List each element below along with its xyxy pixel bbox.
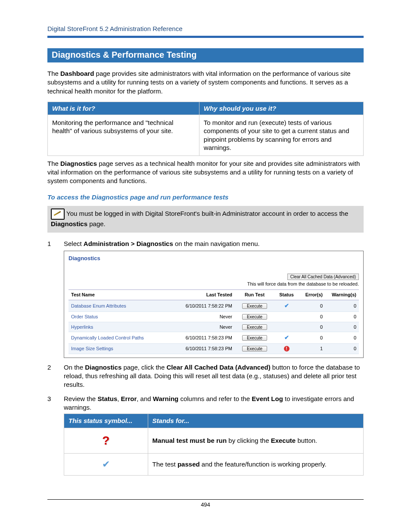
execute-button[interactable]: Execute xyxy=(242,324,267,330)
test-name-link[interactable]: Database Enum Attributes xyxy=(71,303,126,308)
last-tested-cell: Never xyxy=(174,322,235,332)
col-last-tested: Last Tested xyxy=(174,290,235,300)
text-bold: Dashboard xyxy=(60,70,94,77)
text: On the xyxy=(64,364,85,371)
text-bold: Manual test must be run xyxy=(153,437,227,444)
text: Select xyxy=(64,240,84,247)
status-cell: ! xyxy=(274,344,299,354)
text-bold: Diagnostics xyxy=(85,364,121,371)
text-bold: Error xyxy=(121,395,137,402)
text: The test xyxy=(153,460,177,468)
question-icon: ? xyxy=(68,432,143,449)
test-name-link[interactable]: Image Size Settings xyxy=(71,346,113,351)
diag-screenshot: Diagnostics Clear All Cached Data (Advan… xyxy=(64,251,364,358)
table-row: Dynamically Loaded Control Paths6/10/201… xyxy=(68,332,359,344)
doc-header: Digital StoreFront 5.2 Administration Re… xyxy=(47,25,364,32)
info-cell: To monitor and run (execute) tests of va… xyxy=(199,115,363,156)
note-text: You must be logged in with Digital Store… xyxy=(66,209,348,217)
last-tested-cell: 6/10/2011 7:58:22 PM xyxy=(174,300,235,312)
status-cell xyxy=(274,322,299,332)
clear-cache-button[interactable]: Clear All Cached Data (Advanced) xyxy=(287,274,359,280)
execute-button[interactable]: Execute xyxy=(242,303,267,309)
test-name-link[interactable]: Dynamically Loaded Control Paths xyxy=(71,335,144,340)
errors-cell: 0 xyxy=(299,322,325,332)
text-bold: Event Log xyxy=(252,395,283,402)
last-tested-cell: 6/10/2011 7:58:23 PM xyxy=(174,332,235,344)
col-test-name: Test Name xyxy=(68,290,174,300)
status-desc: The test passed and the feature/function… xyxy=(148,454,363,476)
execute-button[interactable]: Execute xyxy=(242,346,267,352)
text: on the main navigation menu. xyxy=(173,240,260,247)
header-rule xyxy=(47,36,364,38)
execute-button[interactable]: Execute xyxy=(242,335,267,341)
text: and the feature/function is working prop… xyxy=(200,460,327,468)
warnings-cell: 0 xyxy=(325,311,359,322)
check-icon: ✔ xyxy=(284,302,289,309)
text: columns and refer to the xyxy=(178,395,252,402)
alert-icon: ! xyxy=(284,346,290,352)
table-row: Image Size Settings6/10/2011 7:58:23 PME… xyxy=(68,344,359,354)
text: , and xyxy=(137,395,153,402)
diag-paragraph: The Diagnostics page serves as a technic… xyxy=(47,159,364,186)
text-bold: Diagnostics xyxy=(60,160,97,167)
text-bold: Clear All Cached Data (Advanced) xyxy=(166,364,270,371)
status-cell: ✔ xyxy=(274,332,299,344)
col-run-test: Run Test xyxy=(235,290,274,300)
info-header: What is it for? xyxy=(48,102,199,115)
page-footer: 494 xyxy=(47,499,364,508)
warnings-cell: 0 xyxy=(325,344,359,354)
col-errors: Error(s) xyxy=(299,290,325,300)
last-tested-cell: 6/10/2011 7:58:23 PM xyxy=(174,344,235,354)
errors-cell: 1 xyxy=(299,344,325,354)
intro-paragraph: The Dashboard page provides site adminis… xyxy=(47,69,364,96)
text: The xyxy=(47,160,60,167)
page-number: 494 xyxy=(201,501,210,508)
errors-cell: 0 xyxy=(299,332,325,344)
table-row: HyperlinksNeverExecute00 xyxy=(68,322,359,332)
text-bold: passed xyxy=(177,460,200,468)
note-icon xyxy=(51,208,65,220)
col-status: Status xyxy=(274,290,299,300)
test-name-link[interactable]: Order Status xyxy=(71,314,98,319)
table-row: Order StatusNeverExecute00 xyxy=(68,311,359,322)
warnings-cell: 0 xyxy=(325,300,359,312)
text: page, click the xyxy=(121,364,166,371)
text: , xyxy=(117,395,121,402)
col-warnings: Warning(s) xyxy=(325,290,359,300)
steps-list: Select Administration > Diagnostics on t… xyxy=(47,240,364,476)
subheading: To access the Diagnostics page and run p… xyxy=(47,193,364,201)
text-bold: Diagnostics xyxy=(51,220,87,227)
status-cell xyxy=(274,311,299,322)
step-1: Select Administration > Diagnostics on t… xyxy=(47,240,364,358)
warnings-cell: 0 xyxy=(325,322,359,332)
errors-cell: 0 xyxy=(299,300,325,312)
diag-title: Diagnostics xyxy=(68,255,359,262)
text: Review the xyxy=(64,395,97,402)
diag-table: Test Name Last Tested Run Test Status Er… xyxy=(68,289,359,354)
step-2: On the Diagnostics page, click the Clear… xyxy=(47,363,364,389)
last-tested-cell: Never xyxy=(174,311,235,322)
status-cell: ✔ xyxy=(274,300,299,312)
info-cell: Monitoring the performance and "technica… xyxy=(48,115,199,156)
execute-button[interactable]: Execute xyxy=(242,314,267,320)
status-desc: Manual test must be run by clicking the … xyxy=(148,428,363,454)
step-3: Review the Status, Error, and Warning co… xyxy=(47,395,364,476)
warnings-cell: 0 xyxy=(325,332,359,344)
status-header: Stands for... xyxy=(148,414,363,428)
text: by clicking the xyxy=(227,437,271,444)
note-text: page. xyxy=(87,220,106,227)
text-bold: Administration > Diagnostics xyxy=(84,240,173,247)
clear-desc: This will force data from the database t… xyxy=(68,281,359,287)
text-bold: Status xyxy=(97,395,117,402)
check-icon: ✔ xyxy=(284,334,289,341)
text-bold: Execute xyxy=(271,437,296,444)
note-box: You must be logged in with Digital Store… xyxy=(47,206,364,233)
info-header: Why should you use it? xyxy=(199,102,363,115)
check-icon: ✔ xyxy=(68,458,143,471)
info-table: What is it for? Why should you use it? M… xyxy=(47,102,364,156)
text: The xyxy=(47,70,60,77)
status-table: This status symbol... Stands for... ? Ma… xyxy=(64,414,364,476)
test-name-link[interactable]: Hyperlinks xyxy=(71,324,93,330)
text-bold: Warning xyxy=(153,395,178,402)
errors-cell: 0 xyxy=(299,311,325,322)
